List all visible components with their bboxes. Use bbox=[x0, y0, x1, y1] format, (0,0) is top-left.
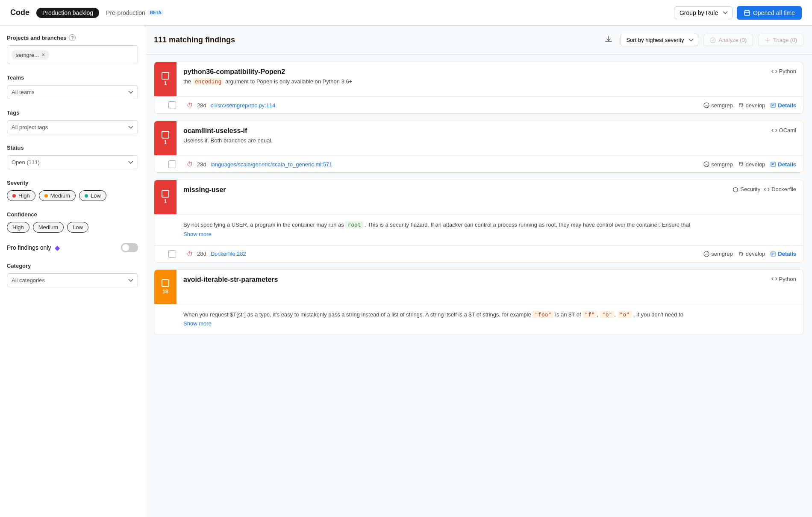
svg-point-8 bbox=[741, 103, 743, 105]
language-tag: OCaml bbox=[771, 127, 796, 133]
category-title: Category bbox=[7, 263, 138, 269]
svg-point-13 bbox=[739, 162, 740, 164]
show-more-button[interactable]: Show more bbox=[183, 319, 212, 328]
clock-icon: ⏱ bbox=[187, 251, 193, 257]
header-right: Group by Rule Group by File No grouping … bbox=[674, 6, 802, 20]
instance-severity bbox=[161, 250, 183, 258]
instance-info: ⏱ 28d Dockerfile:282 bbox=[183, 251, 703, 257]
details-icon bbox=[770, 251, 776, 257]
confidence-high-pill[interactable]: High bbox=[7, 222, 29, 233]
triage-button[interactable]: Triage (0) bbox=[758, 34, 803, 46]
time-text: 28d bbox=[197, 102, 206, 109]
language-tag: Python bbox=[771, 68, 796, 74]
code-icon bbox=[771, 127, 777, 133]
finding-title[interactable]: avoid-iterable-str-parameters bbox=[183, 276, 758, 284]
finding-title[interactable]: ocamllint-useless-if bbox=[183, 127, 758, 135]
severity-low-pill[interactable]: Low bbox=[79, 190, 106, 201]
teams-section: Teams All teams bbox=[7, 74, 138, 99]
finding-meta: OCaml bbox=[765, 121, 803, 155]
instance-checkbox[interactable] bbox=[168, 160, 176, 168]
finding-meta: Python bbox=[765, 62, 803, 96]
finding-description-area: When you request $T[str] as a type, it's… bbox=[154, 304, 803, 335]
finding-description-area: By not specifying a USER, a program in t… bbox=[154, 215, 803, 245]
projects-help-icon[interactable]: ? bbox=[69, 34, 76, 41]
github-icon bbox=[703, 251, 709, 257]
finding-item: 18 avoid-iterable-str-parameters Python bbox=[154, 269, 803, 336]
finding-checkbox[interactable] bbox=[162, 279, 169, 287]
instance-severity bbox=[161, 160, 183, 168]
category-select[interactable]: All categories bbox=[7, 273, 138, 287]
details-button[interactable]: Details bbox=[770, 251, 796, 257]
status-title: Status bbox=[7, 145, 138, 151]
status-select[interactable]: Open (111) Closed Ignored bbox=[7, 155, 138, 169]
download-button[interactable] bbox=[602, 32, 615, 47]
finding-checkbox[interactable] bbox=[162, 131, 169, 139]
details-icon bbox=[770, 161, 776, 167]
sort-select[interactable]: Sort by highest severity Sort by newest … bbox=[621, 34, 698, 46]
details-button[interactable]: Details bbox=[770, 161, 796, 168]
category-section: Category All categories bbox=[7, 263, 138, 287]
medium-dot bbox=[44, 194, 48, 198]
code-snippet: "foo" bbox=[533, 311, 553, 318]
language-tag: Python bbox=[771, 276, 796, 282]
finding-description: When you request $T[str] as a type, it's… bbox=[183, 310, 796, 319]
show-more-button[interactable]: Show more bbox=[183, 229, 212, 239]
repo-info: semgrep bbox=[703, 102, 733, 109]
finding-title[interactable]: python36-compatibility-Popen2 bbox=[183, 68, 758, 76]
sidebar: Projects and branches ? semgre... × Team… bbox=[0, 26, 145, 517]
confidence-medium-pill[interactable]: Medium bbox=[33, 222, 64, 233]
finding-item: 1 ocamllint-useless-if Useless if. Both … bbox=[154, 121, 803, 173]
severity-high-pill[interactable]: High bbox=[7, 190, 35, 201]
group-by-select[interactable]: Group by Rule Group by File No grouping bbox=[674, 6, 733, 19]
branch-info: develop bbox=[738, 161, 765, 168]
clock-icon: ⏱ bbox=[187, 161, 193, 168]
finding-checkbox[interactable] bbox=[162, 72, 169, 80]
confidence-low-pill[interactable]: Low bbox=[67, 222, 88, 233]
severity-badge-medium: 18 bbox=[154, 270, 177, 304]
severity-count: 1 bbox=[164, 198, 167, 204]
finding-checkbox[interactable] bbox=[162, 190, 169, 198]
instance-checkbox[interactable] bbox=[168, 250, 176, 258]
projects-title: Projects and branches ? bbox=[7, 34, 138, 41]
svg-point-7 bbox=[741, 106, 743, 107]
finding-title-area: ocamllint-useless-if Useless if. Both br… bbox=[177, 121, 765, 155]
opened-all-time-button[interactable]: Opened all time bbox=[737, 6, 802, 20]
severity-count: 1 bbox=[164, 80, 167, 86]
pro-findings-toggle[interactable] bbox=[121, 243, 138, 252]
tags-select[interactable]: All project tags bbox=[7, 120, 138, 134]
finding-title-area: python36-compatibility-Popen2 the encodi… bbox=[177, 62, 765, 96]
projects-input-area[interactable]: semgre... × bbox=[7, 45, 138, 64]
finding-description: Useless if. Both branches are equal. bbox=[183, 136, 758, 145]
status-section: Status Open (111) Closed Ignored bbox=[7, 145, 138, 169]
instance-checkbox[interactable] bbox=[168, 101, 176, 109]
repo-info: semgrep bbox=[703, 161, 733, 168]
code-icon bbox=[771, 276, 777, 282]
analyze-label: Analyze (0) bbox=[718, 37, 747, 43]
file-link[interactable]: cli/src/semgrep/rpc.py:114 bbox=[211, 102, 276, 109]
app-logo: Code bbox=[10, 8, 29, 17]
teams-title: Teams bbox=[7, 74, 138, 81]
finding-description: By not specifying a USER, a program in t… bbox=[183, 221, 796, 229]
toggle-slider bbox=[121, 243, 138, 252]
code-snippet: root bbox=[345, 221, 363, 228]
finding-header-row: 1 ocamllint-useless-if Useless if. Both … bbox=[154, 121, 803, 156]
high-dot bbox=[12, 194, 16, 198]
branch-info: develop bbox=[738, 251, 765, 257]
finding-instance: ⏱ 28d Dockerfile:282 semgrep develop bbox=[154, 245, 803, 262]
instance-right: semgrep develop Details bbox=[703, 161, 796, 168]
branch-icon bbox=[738, 251, 744, 257]
svg-point-20 bbox=[739, 252, 740, 253]
beta-badge: BETA bbox=[148, 10, 163, 15]
analyze-button[interactable]: Analyze (0) bbox=[703, 34, 753, 46]
confidence-pill-group: High Medium Low bbox=[7, 222, 138, 233]
finding-meta: Security Dockerfile bbox=[726, 180, 803, 214]
code-icon bbox=[764, 186, 770, 192]
finding-title[interactable]: missing-user bbox=[183, 186, 719, 194]
production-backlog-badge[interactable]: Production backlog bbox=[36, 8, 99, 18]
severity-medium-pill[interactable]: Medium bbox=[39, 190, 76, 201]
project-tag-remove[interactable]: × bbox=[41, 52, 45, 58]
details-button[interactable]: Details bbox=[770, 102, 796, 109]
file-link[interactable]: Dockerfile:282 bbox=[211, 251, 246, 257]
file-link[interactable]: languages/scala/generic/scala_to_generic… bbox=[211, 161, 332, 168]
teams-select[interactable]: All teams bbox=[7, 85, 138, 99]
